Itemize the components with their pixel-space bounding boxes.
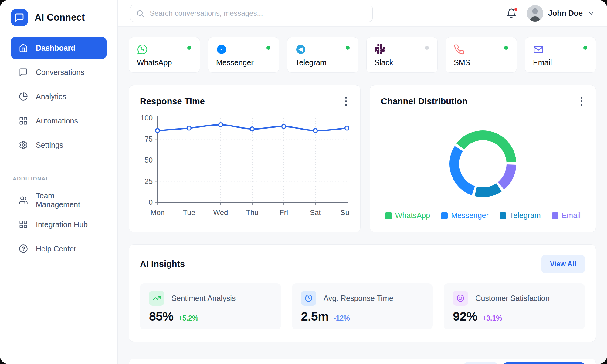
svg-text:25: 25: [144, 177, 153, 185]
sidebar-item-label: Dashboard: [36, 44, 76, 52]
mail-icon: [533, 44, 588, 55]
legend-item-telegram[interactable]: Telegram: [500, 211, 541, 220]
channel-name: Slack: [375, 58, 393, 67]
sidebar-item-analytics[interactable]: Analytics: [11, 86, 107, 107]
new-conversation-button[interactable]: New Conversation: [503, 362, 585, 364]
telegram-icon: [295, 44, 350, 55]
status-dot: [346, 46, 350, 50]
gear-icon: [19, 140, 28, 150]
donut-wrap: WhatsAppMessengerTelegramEmail: [381, 108, 585, 224]
channel-card-email[interactable]: Email: [525, 37, 596, 73]
legend-item-email[interactable]: Email: [552, 211, 581, 220]
chevron-down-icon: [588, 10, 595, 17]
user-menu[interactable]: John Doe: [527, 5, 595, 22]
sidebar-item-automations[interactable]: Automations: [11, 110, 107, 132]
insight-delta: +3.1%: [482, 314, 502, 322]
insight-delta: +5.2%: [178, 314, 198, 322]
sidebar-additional-nav: Team Management Integration Hub Help Cen…: [11, 189, 107, 260]
sidebar-item-integration-hub[interactable]: Integration Hub: [11, 214, 107, 235]
sidebar-item-team-management[interactable]: Team Management: [11, 189, 107, 211]
notification-badge: [514, 7, 518, 12]
grid-icon: [19, 220, 28, 229]
app-window: AI Connect Dashboard Conversations Analy…: [0, 0, 607, 364]
sidebar-item-label: Conversations: [36, 68, 84, 77]
channel-name: SMS: [454, 58, 470, 67]
search-input[interactable]: [130, 5, 373, 22]
user-name: John Doe: [548, 9, 583, 18]
channel-card-whatsapp[interactable]: WhatsApp: [129, 37, 200, 73]
sidebar-item-settings[interactable]: Settings: [11, 134, 107, 156]
filter-button[interactable]: Filter: [464, 362, 498, 364]
legend-swatch: [552, 212, 558, 219]
sidebar-item-help-center[interactable]: Help Center: [11, 238, 107, 260]
insight-label: Customer Satisfaction: [475, 294, 550, 303]
sidebar-item-label: Settings: [36, 141, 63, 150]
topbar-right: John Doe: [505, 5, 595, 22]
charts-row: Response Time 0255075100MonTueWedThuFriS…: [129, 85, 596, 232]
main-area: John Doe WhatsApp: [118, 0, 607, 364]
legend-item-whatsapp[interactable]: WhatsApp: [385, 211, 430, 220]
active-conversations-title: Active Conversations: [140, 362, 230, 364]
svg-text:Sun: Sun: [341, 208, 349, 217]
sidebar-nav: Dashboard Conversations Analytics Automa…: [11, 37, 107, 156]
status-dot: [187, 46, 191, 50]
whatsapp-icon: [137, 44, 192, 55]
svg-text:50: 50: [144, 156, 153, 164]
status-dot: [425, 46, 429, 50]
active-conversations-panel: Active Conversations Filter New Conversa…: [129, 359, 596, 364]
message-square-icon: [19, 68, 28, 77]
insight-card-satisfaction: Customer Satisfaction 92% +3.1%: [444, 283, 585, 329]
ai-insights-title: AI Insights: [140, 259, 185, 269]
svg-text:0: 0: [149, 198, 153, 206]
kebab-menu-button[interactable]: [578, 94, 585, 108]
svg-text:Fri: Fri: [280, 208, 288, 217]
status-dot: [583, 46, 587, 50]
channel-card-messenger[interactable]: Messenger: [208, 37, 279, 73]
legend-label: Messenger: [451, 211, 489, 220]
line-chart-wrap: 0255075100MonTueWedThuFriSatSun: [140, 108, 349, 224]
legend-swatch: [385, 212, 392, 219]
kebab-menu-button[interactable]: [343, 94, 349, 108]
response-time-panel: Response Time 0255075100MonTueWedThuFriS…: [129, 85, 361, 232]
insight-value: 92%: [453, 309, 477, 324]
sidebar-item-conversations[interactable]: Conversations: [11, 61, 107, 83]
phone-icon: [454, 44, 509, 55]
app-title: AI Connect: [35, 12, 85, 23]
response-time-line-chart: 0255075100MonTueWedThuFriSatSun: [140, 111, 349, 224]
pie-chart-icon: [19, 92, 28, 101]
channel-card-telegram[interactable]: Telegram: [287, 37, 358, 73]
insight-label: Sentiment Analysis: [171, 294, 236, 303]
sidebar-item-label: Integration Hub: [36, 220, 88, 229]
chat-bubble-icon: [15, 13, 24, 22]
channel-distribution-panel: Channel Distribution WhatsAppMessengerTe…: [370, 85, 596, 232]
insight-value: 2.5m: [301, 309, 329, 324]
sidebar-item-dashboard[interactable]: Dashboard: [11, 37, 107, 59]
channel-name: Telegram: [295, 58, 327, 67]
sidebar-section-label: ADDITIONAL: [11, 176, 107, 182]
smiley-icon: [453, 291, 468, 306]
panel-title: Channel Distribution: [381, 96, 467, 106]
notifications-button[interactable]: [505, 7, 518, 20]
channel-card-sms[interactable]: SMS: [446, 37, 517, 73]
channel-card-slack[interactable]: Slack: [366, 37, 438, 73]
svg-text:75: 75: [144, 135, 153, 143]
legend-swatch: [500, 212, 506, 219]
channel-name: Email: [533, 58, 552, 67]
conversation-actions: Filter New Conversation: [464, 362, 585, 364]
svg-text:Sat: Sat: [310, 208, 321, 217]
app-logo: [11, 9, 28, 26]
svg-text:100: 100: [141, 114, 153, 122]
legend-item-messenger[interactable]: Messenger: [441, 211, 489, 220]
sidebar-item-label: Team Management: [36, 191, 99, 209]
help-circle-icon: [19, 244, 28, 253]
legend-label: Telegram: [510, 211, 541, 220]
topbar: John Doe: [118, 0, 607, 27]
slack-icon: [375, 44, 429, 54]
status-dot: [504, 46, 508, 50]
channel-name: WhatsApp: [137, 58, 172, 67]
legend-label: WhatsApp: [395, 211, 430, 220]
users-icon: [19, 196, 28, 205]
view-all-button[interactable]: View All: [541, 255, 585, 273]
chart-legend: WhatsAppMessengerTelegramEmail: [385, 211, 581, 220]
messenger-icon: [216, 44, 271, 55]
